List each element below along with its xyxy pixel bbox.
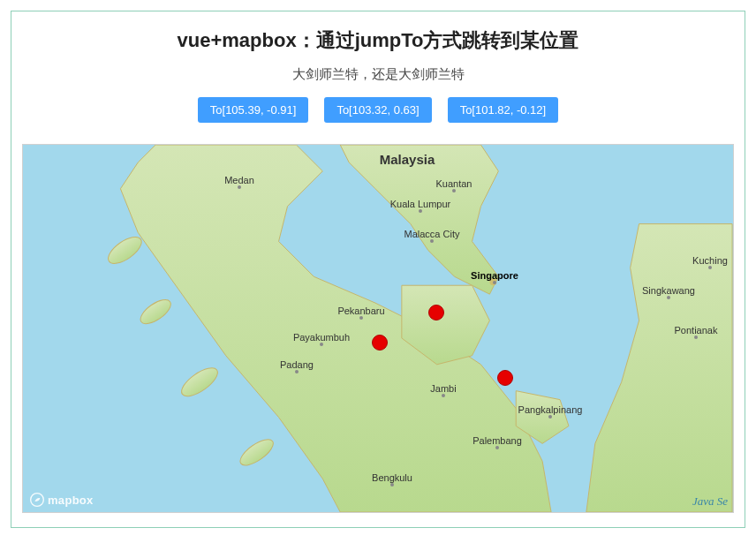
mapbox-logo-text: mapbox	[48, 494, 94, 507]
map-land	[23, 145, 733, 512]
svg-point-3	[237, 434, 277, 470]
map-container[interactable]: Malaysia MedanKuantanKuala LumpurMalacca…	[22, 144, 734, 513]
sea-label: Java Se	[692, 494, 728, 509]
page-title: vue+mapbox：通过jumpTo方式跳转到某位置	[11, 27, 745, 54]
map[interactable]: Malaysia MedanKuantanKuala LumpurMalacca…	[23, 145, 733, 512]
city-dot	[452, 189, 456, 192]
city-dot	[359, 316, 363, 320]
jump-to-button[interactable]: To[105.39, -0.91]	[198, 97, 309, 123]
city-dot	[238, 185, 241, 189]
city-dot	[495, 446, 499, 449]
city-dot	[493, 281, 496, 284]
button-row: To[105.39, -0.91] To[103.32, 0.63] To[10…	[11, 97, 745, 123]
svg-point-2	[178, 363, 223, 402]
mapbox-icon	[30, 493, 44, 507]
city-dot	[295, 370, 299, 373]
svg-point-0	[104, 232, 146, 268]
map-marker[interactable]	[428, 305, 444, 321]
city-dot	[442, 394, 445, 397]
svg-point-1	[137, 295, 175, 328]
mapbox-logo: mapbox	[30, 493, 94, 507]
city-dot	[548, 415, 552, 419]
city-dot	[430, 239, 434, 243]
country-label-malaysia: Malaysia	[380, 152, 435, 167]
header: vue+mapbox：通过jumpTo方式跳转到某位置 大剑师兰特，还是大剑师兰…	[11, 11, 745, 144]
jump-to-button[interactable]: To[103.32, 0.63]	[324, 97, 431, 123]
app-container: vue+mapbox：通过jumpTo方式跳转到某位置 大剑师兰特，还是大剑师兰…	[11, 11, 745, 528]
map-marker[interactable]	[372, 335, 388, 351]
city-dot	[708, 266, 712, 269]
page-subtitle: 大剑师兰特，还是大剑师兰特	[11, 66, 745, 83]
city-dot	[667, 296, 670, 299]
jump-to-button[interactable]: To[101.82, -0.12]	[448, 97, 559, 123]
city-dot	[694, 336, 698, 339]
city-dot	[320, 343, 323, 346]
city-dot	[390, 483, 394, 486]
city-dot	[419, 209, 422, 213]
map-marker[interactable]	[497, 370, 513, 386]
